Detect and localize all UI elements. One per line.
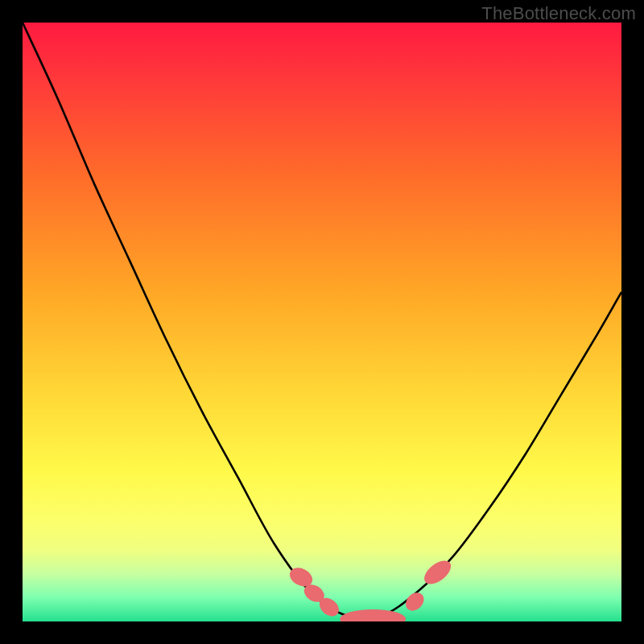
bottleneck-curve — [23, 23, 621, 618]
curve-markers — [287, 556, 455, 621]
chart-svg — [23, 23, 621, 621]
attribution-text: TheBottleneck.com — [481, 3, 636, 24]
curve-marker — [340, 609, 406, 621]
chart-frame: TheBottleneck.com — [0, 0, 644, 644]
plot-area — [23, 23, 621, 621]
